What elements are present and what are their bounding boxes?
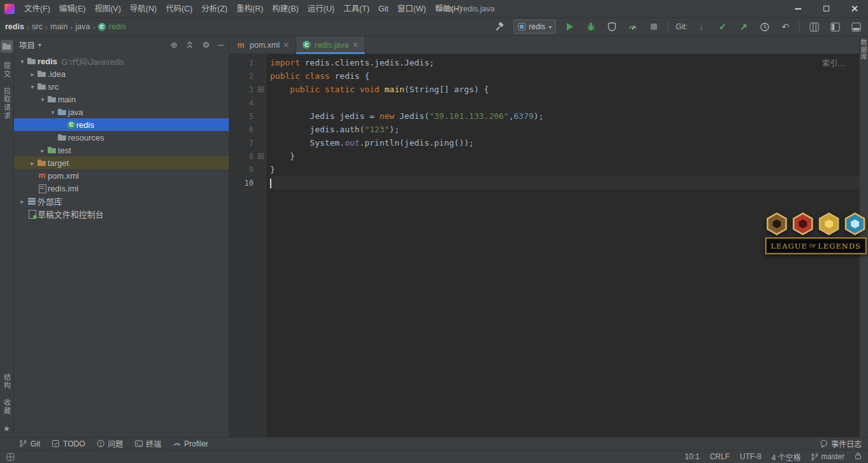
project-panel-title[interactable]: 项目: [19, 39, 35, 51]
tree-row-resources[interactable]: resources: [14, 131, 229, 144]
rollback-button[interactable]: ↶: [778, 20, 792, 34]
tree-row-redis[interactable]: ▾redisG:\代码\Java\redis: [14, 55, 229, 67]
settings-gear-icon[interactable]: ⚙: [202, 40, 210, 50]
maven-panel-button[interactable]: [807, 20, 821, 34]
locate-file-icon[interactable]: ⊕: [170, 40, 177, 50]
code-line[interactable]: public class redis {: [270, 69, 859, 83]
git-update-button[interactable]: ↓: [695, 20, 709, 34]
project-toolwindow-button[interactable]: [1, 40, 13, 53]
run-configuration-select[interactable]: redis ▾: [513, 20, 556, 34]
tree-row-src[interactable]: ▾src: [14, 80, 229, 93]
chevron-icon[interactable]: ▾: [48, 109, 57, 116]
breadcrumb-item[interactable]: java: [76, 22, 90, 31]
code-line[interactable]: jedis.auth("123");: [270, 123, 859, 136]
minimize-button[interactable]: [784, 0, 812, 17]
code-line[interactable]: Jedis jedis = new Jedis("39.101.133.206"…: [270, 109, 859, 123]
fold-icon[interactable]: −: [256, 149, 266, 163]
tree-row-redis[interactable]: redis: [14, 118, 229, 131]
code-line[interactable]: }: [270, 163, 859, 176]
debug-button[interactable]: [584, 20, 598, 34]
menu-item[interactable]: 代码(C): [161, 0, 197, 18]
event-log-button[interactable]: 事件日志: [820, 438, 862, 449]
breadcrumb-item[interactable]: src: [32, 22, 43, 31]
toolwindow-button-problems[interactable]: 问题: [97, 438, 123, 449]
maximize-button[interactable]: [812, 0, 840, 17]
menu-item[interactable]: 运行(U): [303, 0, 339, 18]
stop-button[interactable]: [647, 20, 661, 34]
menu-item[interactable]: 文件(F): [20, 0, 55, 18]
menu-item[interactable]: 工具(T): [339, 0, 374, 18]
code-line[interactable]: [270, 96, 859, 109]
coverage-button[interactable]: [605, 20, 619, 34]
code-line[interactable]: import redis.clients.jedis.Jedis;: [270, 56, 859, 69]
favorites-toolwindow-button[interactable]: 收藏: [2, 399, 12, 415]
commit-toolwindow-button[interactable]: 提交: [2, 62, 12, 78]
breadcrumb-item[interactable]: redis: [5, 22, 24, 31]
collapse-all-icon[interactable]: [186, 41, 194, 49]
tree-row-pom.xml[interactable]: pom.xml: [14, 169, 229, 182]
database-toolwindow-button[interactable]: 数据库: [859, 39, 868, 61]
chevron-down-icon[interactable]: ▾: [38, 41, 41, 48]
chevron-icon[interactable]: ▸: [18, 198, 27, 205]
lol-badge-bronze-icon[interactable]: [765, 212, 789, 235]
chevron-icon[interactable]: ▾: [28, 83, 37, 90]
history-button[interactable]: [757, 20, 771, 34]
menu-item[interactable]: 视图(V): [90, 0, 126, 18]
menu-item[interactable]: 窗口(W): [393, 0, 430, 18]
chevron-icon[interactable]: ▸: [28, 71, 37, 78]
line-separator-widget[interactable]: CRLF: [710, 452, 729, 461]
chevron-icon[interactable]: ▸: [38, 147, 47, 154]
tree-row-redis.iml[interactable]: redis.iml: [14, 182, 229, 195]
toolwindow-button-profiler[interactable]: Profiler: [173, 439, 208, 448]
tree-row-.idea[interactable]: ▸.idea: [14, 67, 229, 80]
menu-item[interactable]: 重构(R): [232, 0, 268, 18]
code-line[interactable]: }: [270, 149, 859, 163]
close-tab-icon[interactable]: [353, 42, 358, 48]
code-line[interactable]: public static void main(String[] args) {: [270, 83, 859, 96]
code-line[interactable]: [270, 176, 859, 190]
hide-windows-button[interactable]: [849, 20, 863, 34]
menu-item[interactable]: 分析(Z): [197, 0, 232, 18]
tree-row-外部库[interactable]: ▸外部库: [14, 195, 229, 207]
close-tab-icon[interactable]: [283, 42, 289, 48]
tree-row-草稿文件和控制台[interactable]: 草稿文件和控制台: [14, 207, 229, 220]
menu-item[interactable]: 导航(N): [125, 0, 161, 18]
tab-redis-java[interactable]: redis.java: [296, 36, 365, 53]
lol-banner[interactable]: LEAGUE OF LEGENDS: [765, 237, 867, 254]
tab-pom-xml[interactable]: pom.xml: [229, 36, 296, 53]
profiler-button[interactable]: [626, 20, 640, 34]
menu-item[interactable]: 编辑(E): [55, 0, 90, 18]
indent-widget[interactable]: 4 个空格: [771, 452, 801, 462]
lol-badge-gold-icon[interactable]: [817, 212, 841, 235]
code-line[interactable]: System.out.println(jedis.ping());: [270, 136, 859, 149]
toolwindow-button-terminal[interactable]: 终端: [135, 438, 161, 449]
close-button[interactable]: [840, 0, 868, 17]
tree-row-test[interactable]: ▸test: [14, 144, 229, 156]
git-branch-widget[interactable]: master: [811, 452, 844, 461]
encoding-widget[interactable]: UTF-8: [740, 452, 761, 461]
readonly-lock-icon[interactable]: [855, 452, 862, 462]
caret-position-widget[interactable]: 10:1: [685, 452, 700, 461]
tree-row-java[interactable]: ▾java: [14, 106, 229, 118]
menu-item[interactable]: Git: [374, 0, 393, 18]
pull-requests-toolwindow-button[interactable]: 拉取请求: [2, 87, 12, 120]
favorites-star-icon[interactable]: ★: [3, 424, 10, 433]
toolwindow-button-git[interactable]: Git: [19, 439, 40, 448]
tree-row-main[interactable]: ▾main: [14, 93, 229, 106]
toolwindow-button-todo[interactable]: TODO: [51, 439, 85, 448]
chevron-icon[interactable]: ▸: [28, 160, 37, 167]
lol-badge-red-icon[interactable]: [791, 212, 815, 235]
lol-badge-blue-icon[interactable]: [843, 212, 867, 235]
fold-icon[interactable]: −: [256, 83, 266, 96]
tree-row-target[interactable]: ▸target: [14, 156, 229, 169]
git-push-button[interactable]: ↗: [736, 20, 750, 34]
run-button[interactable]: [563, 20, 577, 34]
breadcrumb-item[interactable]: redis: [98, 22, 126, 31]
menu-item[interactable]: 帮助(H): [430, 0, 466, 18]
chevron-icon[interactable]: ▾: [18, 58, 27, 65]
chevron-icon[interactable]: ▾: [38, 96, 47, 103]
git-commit-button[interactable]: ✓: [715, 20, 729, 34]
build-hammer-icon[interactable]: [492, 20, 506, 34]
layout-button[interactable]: [828, 20, 842, 34]
menu-item[interactable]: 构建(B): [268, 0, 303, 18]
